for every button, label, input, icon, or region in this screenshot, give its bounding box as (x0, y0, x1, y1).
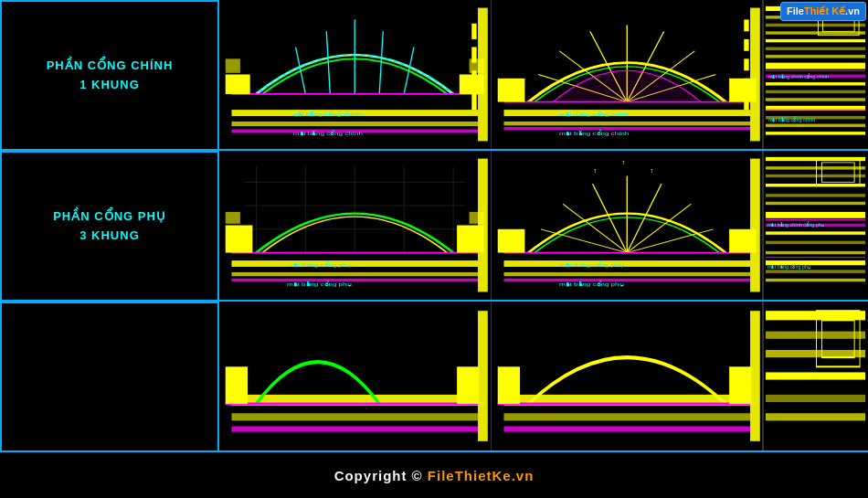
svg-line-87 (563, 204, 627, 252)
cad-svg-row1-2: mặt đứng cổng chính mặt bằng cổng chính (492, 0, 763, 149)
svg-rect-140 (766, 413, 865, 420)
svg-rect-1 (231, 122, 478, 126)
svg-rect-100 (750, 159, 760, 292)
row2: PHẦN CỔNG PHỤ 3 KHUNG (0, 151, 868, 302)
cad-svg-row2-2: ↑ ↑ ↑ mặt đứng cổng phụ mặt bằng cổng ph… (492, 151, 763, 300)
svg-text:mặt bằng cổng chính: mặt bằng cổng chính (768, 116, 815, 122)
svg-line-90 (627, 204, 691, 252)
left-panel-row3 (0, 302, 219, 450)
svg-rect-102 (766, 166, 865, 169)
svg-rect-65 (231, 279, 478, 281)
cad-svg-side-row1: mặt bằng chính cổng chính mặt bằng cổng … (764, 0, 868, 149)
svg-rect-110 (766, 241, 865, 244)
svg-rect-15 (478, 8, 488, 142)
svg-rect-96 (497, 229, 524, 253)
svg-text:mặt bằng cổng phụ: mặt bằng cổng phụ (767, 263, 810, 269)
svg-rect-45 (766, 39, 865, 42)
svg-text:mặt bằng cổng chính: mặt bằng cổng chính (293, 129, 364, 136)
svg-line-88 (540, 229, 626, 253)
svg-rect-63 (231, 260, 478, 267)
svg-rect-21 (503, 122, 750, 125)
svg-rect-82 (503, 260, 750, 267)
row3 (0, 302, 868, 450)
cad-svg-row3-1 (219, 302, 491, 450)
svg-rect-81 (478, 159, 488, 292)
drawing-panel-row3-2 (492, 302, 764, 450)
svg-rect-113 (766, 270, 865, 272)
svg-rect-46 (766, 47, 865, 49)
svg-rect-109 (766, 231, 865, 234)
svg-rect-137 (766, 350, 865, 357)
copyright-row: Copyright © FileThietKe.vn (0, 450, 868, 498)
svg-text:↑: ↑ (620, 159, 625, 166)
rows-container: PHẦN CỔNG CHÍNH 1 KHUNG (0, 0, 868, 450)
svg-rect-103 (766, 175, 865, 177)
svg-rect-83 (503, 272, 750, 276)
svg-text:mặt bằng cổng chính: mặt bằng cổng chính (559, 129, 630, 136)
left-panel-text-row2: PHẦN CỔNG PHỤ 3 KHUNG (53, 207, 166, 246)
svg-rect-11 (226, 58, 240, 72)
svg-line-7 (404, 47, 414, 93)
svg-line-86 (592, 184, 627, 252)
svg-rect-129 (503, 413, 750, 420)
svg-rect-118 (821, 163, 854, 182)
svg-rect-135 (766, 311, 865, 320)
drawing-panel-row2-2: ↑ ↑ ↑ mặt đứng cổng phụ mặt bằng cổng ph… (492, 151, 764, 300)
cad-svg-side-row3 (764, 302, 868, 450)
svg-rect-111 (766, 251, 865, 254)
svg-rect-138 (766, 372, 865, 379)
left-panel-row1: PHẦN CỔNG CHÍNH 1 KHUNG (0, 0, 219, 149)
drawing-panel-row1-2: mặt đứng cổng chính mặt bằng cổng chính (492, 0, 764, 149)
svg-rect-130 (503, 427, 750, 432)
svg-rect-31 (497, 79, 524, 102)
svg-rect-51 (766, 90, 865, 93)
svg-rect-64 (231, 272, 478, 276)
cad-svg-row3-2 (492, 302, 763, 450)
svg-rect-105 (766, 194, 865, 196)
svg-rect-9 (226, 75, 250, 94)
svg-line-3 (296, 47, 306, 93)
svg-rect-122 (231, 413, 478, 420)
svg-rect-52 (766, 98, 865, 101)
svg-rect-75 (226, 226, 253, 253)
svg-text:mặt bằng chính cổng phụ: mặt bằng chính cổng phụ (767, 222, 824, 228)
svg-rect-139 (766, 395, 865, 402)
svg-rect-55 (766, 124, 865, 127)
svg-text:mặt bằng chính cổng chính: mặt bằng chính cổng chính (768, 73, 829, 79)
side-strip-row3 (763, 302, 868, 450)
svg-rect-125 (226, 366, 248, 404)
svg-text:mặt đứng cổng phụ: mặt đứng cổng phụ (559, 261, 623, 269)
copyright-text: Copyright © FileThietKe.vn (334, 468, 535, 483)
svg-rect-40 (744, 98, 748, 110)
logo: FileThiết Kế.vn (780, 2, 866, 21)
right-panel-row2: mặt đứng cổng phụ mặt bằng cổng phụ (219, 151, 868, 300)
svg-rect-22 (503, 127, 750, 130)
svg-line-91 (627, 229, 713, 253)
svg-text:↑: ↑ (592, 167, 597, 175)
left-panel-text-row1: PHẦN CỔNG CHÍNH 1 KHUNG (47, 57, 174, 95)
svg-text:mặt bằng cổng phụ: mặt bằng cổng phụ (287, 280, 351, 287)
svg-text:↑: ↑ (649, 167, 653, 175)
left-panel-row2: PHẦN CỔNG PHỤ 3 KHUNG (0, 151, 219, 300)
svg-rect-50 (766, 82, 865, 85)
svg-rect-114 (766, 279, 865, 281)
svg-text:mặt đứng cổng chính: mặt đứng cổng chính (559, 111, 630, 118)
svg-rect-16 (471, 24, 476, 39)
svg-text:ụặt bằng cổng chính: ụặt bằng cổng chính (293, 111, 362, 118)
svg-rect-132 (497, 366, 519, 404)
svg-rect-44 (766, 31, 865, 34)
svg-rect-35 (750, 8, 760, 142)
svg-text:mặt đứng cổng phụ: mặt đứng cổng phụ (287, 261, 351, 269)
main-container: FileThiết Kế.vn ☜ PHẦN CỔNG CHÍNH 1 KHUN… (0, 0, 868, 498)
svg-rect-77 (226, 212, 240, 224)
svg-rect-48 (766, 63, 865, 69)
svg-rect-18 (471, 70, 476, 86)
svg-rect-134 (750, 311, 760, 441)
svg-rect-19 (471, 94, 476, 110)
drawing-panel-row3-1 (219, 302, 492, 450)
row1: PHẦN CỔNG CHÍNH 1 KHUNG (0, 0, 868, 151)
svg-rect-43 (766, 24, 865, 26)
svg-rect-127 (478, 311, 488, 441)
svg-line-89 (627, 184, 662, 252)
side-strip-row1: mặt bằng chính cổng chính mặt bằng cổng … (763, 0, 868, 149)
